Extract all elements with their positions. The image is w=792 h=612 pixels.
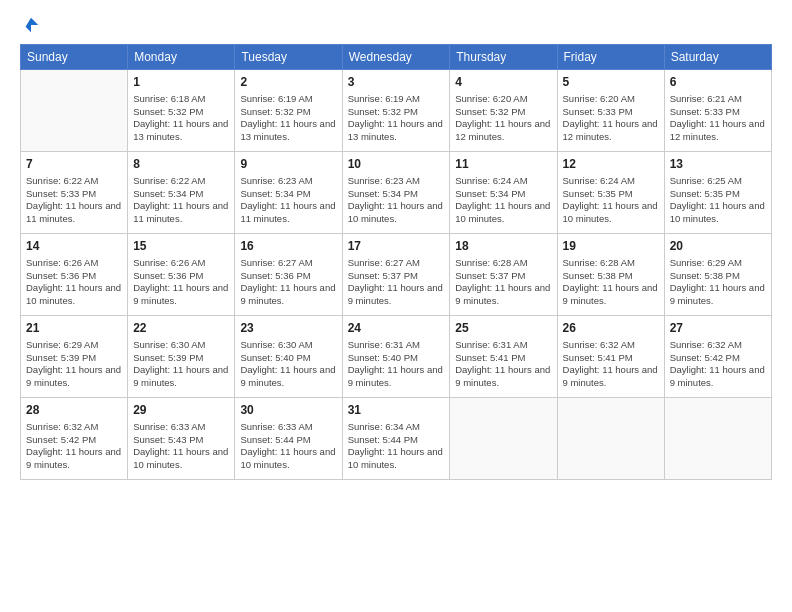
column-header-friday: Friday (557, 45, 664, 70)
day-number: 2 (240, 74, 336, 91)
day-number: 26 (563, 320, 659, 337)
day-number: 30 (240, 402, 336, 419)
day-cell: 16Sunrise: 6:27 AMSunset: 5:36 PMDayligh… (235, 234, 342, 316)
day-number: 16 (240, 238, 336, 255)
day-cell: 14Sunrise: 6:26 AMSunset: 5:36 PMDayligh… (21, 234, 128, 316)
day-cell: 31Sunrise: 6:34 AMSunset: 5:44 PMDayligh… (342, 398, 450, 480)
svg-marker-0 (26, 18, 39, 32)
day-info: Sunrise: 6:19 AMSunset: 5:32 PMDaylight:… (240, 93, 336, 144)
day-cell: 19Sunrise: 6:28 AMSunset: 5:38 PMDayligh… (557, 234, 664, 316)
day-number: 15 (133, 238, 229, 255)
day-info: Sunrise: 6:18 AMSunset: 5:32 PMDaylight:… (133, 93, 229, 144)
day-cell: 18Sunrise: 6:28 AMSunset: 5:37 PMDayligh… (450, 234, 557, 316)
day-number: 28 (26, 402, 122, 419)
day-number: 22 (133, 320, 229, 337)
calendar-header-row: SundayMondayTuesdayWednesdayThursdayFrid… (21, 45, 772, 70)
day-info: Sunrise: 6:28 AMSunset: 5:37 PMDaylight:… (455, 257, 551, 308)
day-info: Sunrise: 6:26 AMSunset: 5:36 PMDaylight:… (133, 257, 229, 308)
week-row-2: 7Sunrise: 6:22 AMSunset: 5:33 PMDaylight… (21, 152, 772, 234)
day-cell: 10Sunrise: 6:23 AMSunset: 5:34 PMDayligh… (342, 152, 450, 234)
day-number: 10 (348, 156, 445, 173)
day-number: 11 (455, 156, 551, 173)
day-number: 1 (133, 74, 229, 91)
day-info: Sunrise: 6:23 AMSunset: 5:34 PMDaylight:… (240, 175, 336, 226)
day-cell: 2Sunrise: 6:19 AMSunset: 5:32 PMDaylight… (235, 70, 342, 152)
calendar-table: SundayMondayTuesdayWednesdayThursdayFrid… (20, 44, 772, 480)
day-cell: 6Sunrise: 6:21 AMSunset: 5:33 PMDaylight… (664, 70, 771, 152)
day-info: Sunrise: 6:32 AMSunset: 5:42 PMDaylight:… (670, 339, 766, 390)
day-info: Sunrise: 6:30 AMSunset: 5:39 PMDaylight:… (133, 339, 229, 390)
day-info: Sunrise: 6:20 AMSunset: 5:33 PMDaylight:… (563, 93, 659, 144)
day-number: 23 (240, 320, 336, 337)
day-number: 25 (455, 320, 551, 337)
day-cell: 13Sunrise: 6:25 AMSunset: 5:35 PMDayligh… (664, 152, 771, 234)
column-header-tuesday: Tuesday (235, 45, 342, 70)
day-number: 9 (240, 156, 336, 173)
column-header-sunday: Sunday (21, 45, 128, 70)
day-number: 29 (133, 402, 229, 419)
day-cell: 29Sunrise: 6:33 AMSunset: 5:43 PMDayligh… (128, 398, 235, 480)
day-cell (664, 398, 771, 480)
day-info: Sunrise: 6:24 AMSunset: 5:35 PMDaylight:… (563, 175, 659, 226)
day-info: Sunrise: 6:20 AMSunset: 5:32 PMDaylight:… (455, 93, 551, 144)
day-cell: 28Sunrise: 6:32 AMSunset: 5:42 PMDayligh… (21, 398, 128, 480)
day-info: Sunrise: 6:21 AMSunset: 5:33 PMDaylight:… (670, 93, 766, 144)
day-number: 4 (455, 74, 551, 91)
day-cell: 7Sunrise: 6:22 AMSunset: 5:33 PMDaylight… (21, 152, 128, 234)
day-number: 24 (348, 320, 445, 337)
header (20, 16, 772, 34)
calendar-page: SundayMondayTuesdayWednesdayThursdayFrid… (0, 0, 792, 612)
day-number: 13 (670, 156, 766, 173)
day-info: Sunrise: 6:26 AMSunset: 5:36 PMDaylight:… (26, 257, 122, 308)
week-row-1: 1Sunrise: 6:18 AMSunset: 5:32 PMDaylight… (21, 70, 772, 152)
day-number: 8 (133, 156, 229, 173)
column-header-wednesday: Wednesday (342, 45, 450, 70)
day-cell: 23Sunrise: 6:30 AMSunset: 5:40 PMDayligh… (235, 316, 342, 398)
day-number: 31 (348, 402, 445, 419)
week-row-3: 14Sunrise: 6:26 AMSunset: 5:36 PMDayligh… (21, 234, 772, 316)
day-cell: 8Sunrise: 6:22 AMSunset: 5:34 PMDaylight… (128, 152, 235, 234)
day-number: 27 (670, 320, 766, 337)
day-cell: 1Sunrise: 6:18 AMSunset: 5:32 PMDaylight… (128, 70, 235, 152)
day-number: 20 (670, 238, 766, 255)
day-cell: 22Sunrise: 6:30 AMSunset: 5:39 PMDayligh… (128, 316, 235, 398)
day-info: Sunrise: 6:24 AMSunset: 5:34 PMDaylight:… (455, 175, 551, 226)
day-number: 19 (563, 238, 659, 255)
day-cell: 17Sunrise: 6:27 AMSunset: 5:37 PMDayligh… (342, 234, 450, 316)
logo (20, 16, 40, 34)
day-cell: 5Sunrise: 6:20 AMSunset: 5:33 PMDaylight… (557, 70, 664, 152)
day-cell: 12Sunrise: 6:24 AMSunset: 5:35 PMDayligh… (557, 152, 664, 234)
day-info: Sunrise: 6:33 AMSunset: 5:44 PMDaylight:… (240, 421, 336, 472)
day-number: 3 (348, 74, 445, 91)
day-info: Sunrise: 6:29 AMSunset: 5:39 PMDaylight:… (26, 339, 122, 390)
day-number: 12 (563, 156, 659, 173)
day-info: Sunrise: 6:34 AMSunset: 5:44 PMDaylight:… (348, 421, 445, 472)
day-number: 17 (348, 238, 445, 255)
day-info: Sunrise: 6:22 AMSunset: 5:33 PMDaylight:… (26, 175, 122, 226)
day-info: Sunrise: 6:32 AMSunset: 5:41 PMDaylight:… (563, 339, 659, 390)
day-info: Sunrise: 6:22 AMSunset: 5:34 PMDaylight:… (133, 175, 229, 226)
week-row-5: 28Sunrise: 6:32 AMSunset: 5:42 PMDayligh… (21, 398, 772, 480)
day-number: 21 (26, 320, 122, 337)
day-cell: 25Sunrise: 6:31 AMSunset: 5:41 PMDayligh… (450, 316, 557, 398)
day-cell: 20Sunrise: 6:29 AMSunset: 5:38 PMDayligh… (664, 234, 771, 316)
day-number: 5 (563, 74, 659, 91)
day-cell: 27Sunrise: 6:32 AMSunset: 5:42 PMDayligh… (664, 316, 771, 398)
day-cell: 9Sunrise: 6:23 AMSunset: 5:34 PMDaylight… (235, 152, 342, 234)
day-info: Sunrise: 6:33 AMSunset: 5:43 PMDaylight:… (133, 421, 229, 472)
day-info: Sunrise: 6:28 AMSunset: 5:38 PMDaylight:… (563, 257, 659, 308)
day-cell: 26Sunrise: 6:32 AMSunset: 5:41 PMDayligh… (557, 316, 664, 398)
day-number: 7 (26, 156, 122, 173)
day-cell (21, 70, 128, 152)
day-info: Sunrise: 6:31 AMSunset: 5:40 PMDaylight:… (348, 339, 445, 390)
day-info: Sunrise: 6:31 AMSunset: 5:41 PMDaylight:… (455, 339, 551, 390)
day-cell (450, 398, 557, 480)
day-number: 18 (455, 238, 551, 255)
day-cell: 30Sunrise: 6:33 AMSunset: 5:44 PMDayligh… (235, 398, 342, 480)
column-header-monday: Monday (128, 45, 235, 70)
day-cell: 15Sunrise: 6:26 AMSunset: 5:36 PMDayligh… (128, 234, 235, 316)
day-info: Sunrise: 6:32 AMSunset: 5:42 PMDaylight:… (26, 421, 122, 472)
day-info: Sunrise: 6:23 AMSunset: 5:34 PMDaylight:… (348, 175, 445, 226)
day-info: Sunrise: 6:25 AMSunset: 5:35 PMDaylight:… (670, 175, 766, 226)
week-row-4: 21Sunrise: 6:29 AMSunset: 5:39 PMDayligh… (21, 316, 772, 398)
